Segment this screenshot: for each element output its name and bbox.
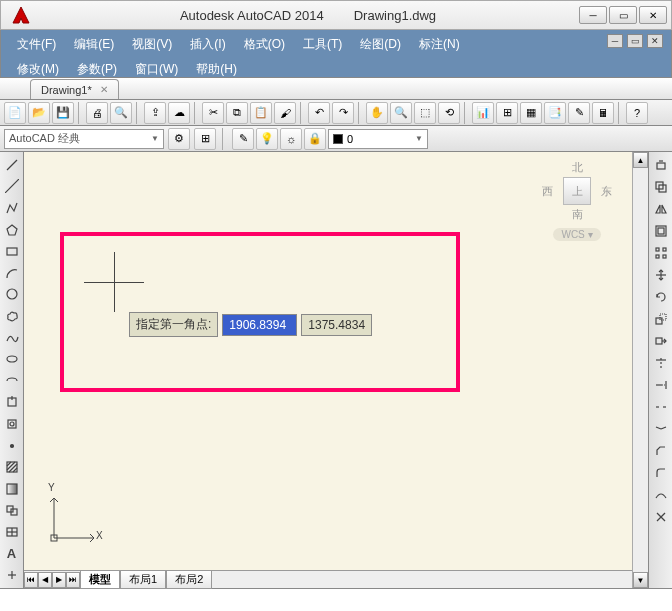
save-icon[interactable]: 💾 (52, 102, 74, 124)
table-icon[interactable] (1, 521, 23, 543)
offset-icon[interactable] (650, 220, 672, 242)
copy-icon[interactable]: ⧉ (226, 102, 248, 124)
wcs-dropdown[interactable]: WCS ▾ (553, 228, 600, 241)
viewcube-east[interactable]: 东 (601, 184, 612, 199)
menu-parametric[interactable]: 参数(P) (69, 59, 125, 80)
undo-icon[interactable]: ↶ (308, 102, 330, 124)
preview-icon[interactable]: 🔍 (110, 102, 132, 124)
viewcube-north[interactable]: 北 (542, 160, 612, 175)
tab-layout1[interactable]: 布局1 (120, 570, 166, 589)
help-icon[interactable]: ? (626, 102, 648, 124)
menu-file[interactable]: 文件(F) (9, 34, 64, 55)
zoom-icon[interactable]: 🔍 (390, 102, 412, 124)
scale-icon[interactable] (650, 308, 672, 330)
make-block-icon[interactable] (1, 413, 23, 435)
menu-tools[interactable]: 工具(T) (295, 34, 350, 55)
chamfer-icon[interactable] (650, 440, 672, 462)
menu-view[interactable]: 视图(V) (124, 34, 180, 55)
layer-lock-icon[interactable]: 🔒 (304, 128, 326, 150)
tab-last-icon[interactable]: ⏭ (66, 572, 80, 588)
viewcube-south[interactable]: 南 (542, 207, 612, 222)
x-coordinate-input[interactable]: 1906.8394 (222, 314, 297, 336)
redo-icon[interactable]: ↷ (332, 102, 354, 124)
layer-manager-icon[interactable]: ✎ (232, 128, 254, 150)
calc-icon[interactable]: 🖩 (592, 102, 614, 124)
spline-icon[interactable] (1, 327, 23, 349)
extend-icon[interactable] (650, 374, 672, 396)
stretch-icon[interactable] (650, 330, 672, 352)
viewcube[interactable]: 北 西 上 东 南 WCS ▾ (542, 160, 612, 241)
addselected-icon[interactable] (1, 564, 23, 586)
point-icon[interactable] (1, 435, 23, 457)
revcloud-icon[interactable] (1, 305, 23, 327)
mdi-close-button[interactable]: ✕ (647, 34, 663, 48)
gradient-icon[interactable] (1, 478, 23, 500)
join-icon[interactable] (650, 418, 672, 440)
open-icon[interactable]: 📂 (28, 102, 50, 124)
drawing-canvas[interactable]: 北 西 上 东 南 WCS ▾ 指定第一角点: 1906.8394 1375.4… (24, 152, 632, 570)
mdi-minimize-button[interactable]: ─ (607, 34, 623, 48)
menu-edit[interactable]: 编辑(E) (66, 34, 122, 55)
polygon-icon[interactable] (1, 219, 23, 241)
move-icon[interactable] (650, 264, 672, 286)
print-icon[interactable]: 🖨 (86, 102, 108, 124)
maximize-button[interactable]: ▭ (609, 6, 637, 24)
menu-modify[interactable]: 修改(M) (9, 59, 67, 80)
menu-draw[interactable]: 绘图(D) (352, 34, 409, 55)
menu-help[interactable]: 帮助(H) (188, 59, 245, 80)
app-logo-icon[interactable] (5, 3, 37, 27)
properties-icon[interactable]: 📊 (472, 102, 494, 124)
scroll-down-icon[interactable]: ▼ (633, 572, 648, 588)
new-icon[interactable]: 📄 (4, 102, 26, 124)
hatch-icon[interactable] (1, 456, 23, 478)
explode-icon[interactable] (650, 506, 672, 528)
match-icon[interactable]: 🖌 (274, 102, 296, 124)
menu-format[interactable]: 格式(O) (236, 34, 293, 55)
tab-next-icon[interactable]: ▶ (52, 572, 66, 588)
scroll-track[interactable] (633, 168, 648, 572)
tab-first-icon[interactable]: ⏮ (24, 572, 38, 588)
toolpalettes-icon[interactable]: ▦ (520, 102, 542, 124)
paste-icon[interactable]: 📋 (250, 102, 272, 124)
tab-layout2[interactable]: 布局2 (166, 570, 212, 589)
document-tab[interactable]: Drawing1* ✕ (30, 79, 119, 99)
menu-dimension[interactable]: 标注(N) (411, 34, 468, 55)
tab-model[interactable]: 模型 (80, 570, 120, 589)
viewcube-top[interactable]: 上 (563, 177, 591, 205)
erase-icon[interactable] (650, 154, 672, 176)
menu-insert[interactable]: 插入(I) (182, 34, 233, 55)
cloud-icon[interactable]: ☁ (168, 102, 190, 124)
xline-icon[interactable] (1, 176, 23, 198)
rectangle-icon[interactable] (1, 240, 23, 262)
cut-icon[interactable]: ✂ (202, 102, 224, 124)
break-icon[interactable] (650, 396, 672, 418)
zoom-prev-icon[interactable]: ⟲ (438, 102, 460, 124)
close-icon[interactable]: ✕ (100, 84, 108, 95)
publish-icon[interactable]: ⇪ (144, 102, 166, 124)
sheetset-icon[interactable]: 📑 (544, 102, 566, 124)
viewcube-west[interactable]: 西 (542, 184, 553, 199)
menu-window[interactable]: 窗口(W) (127, 59, 186, 80)
close-button[interactable]: ✕ (639, 6, 667, 24)
copy-obj-icon[interactable] (650, 176, 672, 198)
minimize-button[interactable]: ─ (579, 6, 607, 24)
layer-bulb-icon[interactable]: 💡 (256, 128, 278, 150)
insert-block-icon[interactable] (1, 392, 23, 414)
markup-icon[interactable]: ✎ (568, 102, 590, 124)
line-icon[interactable] (1, 154, 23, 176)
zoom-window-icon[interactable]: ⬚ (414, 102, 436, 124)
layer-dropdown[interactable]: 0 ▼ (328, 129, 428, 149)
scroll-up-icon[interactable]: ▲ (633, 152, 648, 168)
text-icon[interactable]: A (1, 543, 23, 565)
circle-icon[interactable] (1, 284, 23, 306)
ellipse-arc-icon[interactable] (1, 370, 23, 392)
region-icon[interactable] (1, 500, 23, 522)
trim-icon[interactable] (650, 352, 672, 374)
fillet-icon[interactable] (650, 462, 672, 484)
scrollbar-vertical[interactable]: ▲ ▼ (632, 152, 648, 588)
polyline-icon[interactable] (1, 197, 23, 219)
pan-icon[interactable]: ✋ (366, 102, 388, 124)
y-coordinate-input[interactable]: 1375.4834 (301, 314, 372, 336)
tab-prev-icon[interactable]: ◀ (38, 572, 52, 588)
blend-icon[interactable] (650, 484, 672, 506)
